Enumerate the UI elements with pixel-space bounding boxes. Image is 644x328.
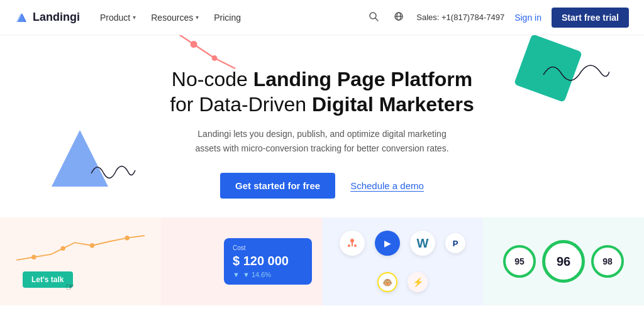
nav-pricing[interactable]: Pricing: [214, 13, 241, 23]
blue-arrow-icon: ▶: [375, 231, 400, 256]
logo-text: Landingi: [33, 11, 80, 24]
nav-resources[interactable]: Resources ▾: [151, 13, 199, 23]
svg-point-7: [60, 246, 65, 251]
svg-line-1: [375, 18, 378, 21]
svg-point-8: [90, 243, 94, 248]
svg-point-16: [348, 244, 350, 247]
card-integrations: ▶ W P 🐵 ⚡: [322, 217, 483, 305]
wordpress-icon: W: [410, 231, 435, 256]
start-trial-button[interactable]: Start free trial: [552, 8, 629, 28]
svg-point-13: [212, 55, 218, 61]
sign-in-button[interactable]: Sign in: [514, 13, 541, 23]
integration-zap-icon: ⚡: [408, 272, 428, 292]
card-lets-talk: Let's talk ☞: [0, 217, 161, 305]
hero-subtitle: Landingi lets you design, publish, and o…: [190, 127, 454, 155]
svg-point-17: [354, 244, 357, 247]
svg-point-14: [350, 239, 354, 243]
cost-change: ▼ ▼ 14.6%: [233, 271, 303, 278]
sales-phone: Sales: +1(817)784-7497: [416, 13, 504, 22]
nav-links: Product ▾ Resources ▾ Pricing: [100, 13, 241, 23]
cost-card: Cost $ 120 000 ▼ ▼ 14.6%: [224, 238, 312, 285]
card-cost: Cost $ 120 000 ▼ ▼ 14.6%: [161, 217, 322, 305]
svg-point-6: [31, 255, 36, 260]
deco-wave-left: [88, 158, 138, 183]
score-95: 95: [503, 245, 536, 278]
nav-product[interactable]: Product ▾: [100, 13, 136, 23]
language-button[interactable]: [391, 9, 406, 26]
get-started-button[interactable]: Get started for free: [220, 173, 335, 199]
svg-point-12: [191, 41, 197, 48]
logo-icon: [15, 11, 29, 25]
navbar: Landingi Product ▾ Resources ▾ Pricing: [0, 0, 644, 35]
cost-change-arrow: ▼: [233, 271, 240, 278]
cursor-icon: ☞: [65, 281, 74, 293]
hero-buttons: Get started for free Schedule a demo: [220, 173, 424, 199]
globe-icon: [394, 11, 404, 21]
search-icon: [369, 11, 379, 21]
cost-label: Cost: [233, 244, 303, 251]
paypal-icon: P: [445, 233, 465, 253]
mailchimp-icon: 🐵: [377, 272, 397, 292]
score-96: 96: [542, 240, 585, 283]
card1-content: Let's talk ☞: [10, 227, 151, 295]
logo[interactable]: Landingi: [15, 11, 80, 25]
score-98: 98: [591, 245, 624, 278]
hubspot-icon: [340, 231, 365, 256]
deco-wave-teal: [540, 53, 609, 84]
card-scores: 95 96 98: [483, 217, 644, 305]
nav-right: Sales: +1(817)784-7497 Sign in Start fre…: [366, 8, 629, 28]
search-button[interactable]: [366, 9, 381, 26]
chart-line: [16, 229, 145, 273]
svg-point-9: [125, 236, 129, 240]
cards-row: Let's talk ☞ Cost $ 120 000 ▼ ▼ 14.6%: [0, 217, 644, 305]
cost-value: $ 120 000: [233, 254, 303, 268]
schedule-demo-button[interactable]: Schedule a demo: [350, 180, 424, 191]
chevron-down-icon: ▾: [196, 14, 199, 21]
chevron-down-icon: ▾: [133, 14, 136, 21]
